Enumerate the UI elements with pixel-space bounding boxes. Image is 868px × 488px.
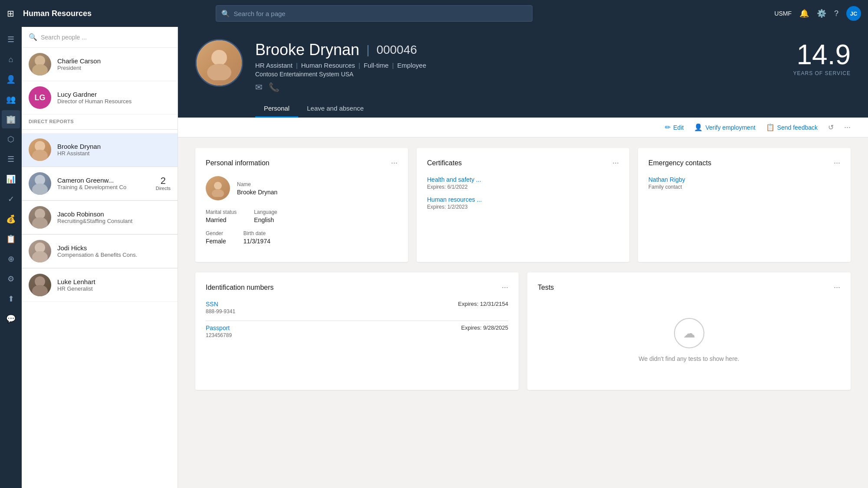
brooke-info: Brooke Drynan HR Assistant xyxy=(57,143,171,157)
left-navigation: ☰ ⌂ 👤 👥 🏢 ⬡ ☰ 📊 ✓ 💰 📋 ⊕ ⚙ ⬆ 💬 xyxy=(0,27,22,488)
certificates-menu[interactable]: ··· xyxy=(612,158,619,167)
top-nav-right: USMF 🔔 ⚙️ ? JC xyxy=(774,6,861,21)
cameron-directs: 2 Directs xyxy=(156,176,171,191)
jacob-name: Jacob Robinson xyxy=(57,210,171,218)
luke-avatar xyxy=(29,274,51,296)
people-search-box[interactable]: 🔍 xyxy=(22,27,178,48)
person-item-jodi[interactable]: Jodi Hicks Compensation & Benefits Cons. xyxy=(22,235,178,268)
app-title: Human Resources xyxy=(23,9,92,18)
svg-point-12 xyxy=(211,50,227,66)
profile-company: Contoso Entertainment System USA xyxy=(255,71,781,78)
certificates-header: Certificates ··· xyxy=(427,158,619,167)
passport-number: 123456789 xyxy=(206,332,232,338)
nav-analytics[interactable]: 📊 xyxy=(2,170,20,188)
nav-payroll[interactable]: 💰 xyxy=(2,210,20,228)
people-search-input[interactable] xyxy=(41,34,171,41)
years-number: 14.9 xyxy=(793,41,851,69)
nav-settings2[interactable]: ⚙ xyxy=(2,270,20,288)
nav-more[interactable]: ⊕ xyxy=(2,250,20,268)
svg-point-13 xyxy=(207,64,231,80)
emergency-contacts-menu[interactable]: ··· xyxy=(834,158,840,167)
apps-grid-icon[interactable]: ⊞ xyxy=(7,8,14,19)
identification-title: Identification numbers xyxy=(206,284,274,291)
person-item-luke[interactable]: Luke Lenhart HR Generalist xyxy=(22,269,178,302)
marital-value: Married xyxy=(206,216,237,223)
tests-menu[interactable]: ··· xyxy=(834,283,840,292)
identification-menu[interactable]: ··· xyxy=(502,283,508,292)
cards-grid-top: Personal information ··· Name Brooke Dry… xyxy=(178,138,868,272)
profile-photo xyxy=(195,39,243,87)
refresh-icon[interactable]: ↺ xyxy=(828,123,834,131)
nav-teams[interactable]: ⬡ xyxy=(2,130,20,148)
user-avatar[interactable]: JC xyxy=(846,6,861,21)
person-item-brooke[interactable]: Brooke Drynan HR Assistant xyxy=(22,133,178,167)
nav-people[interactable]: 👤 xyxy=(2,70,20,88)
cert-link-2[interactable]: Human resources ... xyxy=(427,196,619,203)
nav-home[interactable]: ☰ xyxy=(2,30,20,49)
search-icon: 🔍 xyxy=(221,10,230,18)
cameron-info: Cameron Greenw... Training & Development… xyxy=(57,177,150,190)
birth-value: 11/3/1974 xyxy=(243,238,270,245)
birth-group: Birth date 11/3/1974 xyxy=(243,230,270,245)
tab-leave-absence[interactable]: Leave and absence xyxy=(298,100,372,118)
help-icon[interactable]: ? xyxy=(834,9,838,18)
phone-icon[interactable]: 📞 xyxy=(269,82,279,92)
person-item-lucy[interactable]: LG Lucy Gardner Director of Human Resour… xyxy=(22,81,178,115)
region-selector[interactable]: USMF xyxy=(774,10,792,17)
settings-icon[interactable]: ⚙️ xyxy=(817,9,826,18)
certificates-card: Certificates ··· Health and safety ... E… xyxy=(417,148,629,262)
nav-reports[interactable]: 📋 xyxy=(2,230,20,248)
jodi-info: Jodi Hicks Compensation & Benefits Cons. xyxy=(57,244,171,258)
personal-info-name-group: Name Brooke Drynan xyxy=(237,181,277,196)
nav-org[interactable]: 👥 xyxy=(2,90,20,108)
tab-personal[interactable]: Personal xyxy=(255,100,298,118)
personal-info-menu[interactable]: ··· xyxy=(391,158,398,167)
gender-label: Gender xyxy=(206,230,226,236)
search-input[interactable] xyxy=(233,10,527,17)
birth-label: Birth date xyxy=(243,230,270,236)
profile-actions: ✉ 📞 xyxy=(255,82,781,92)
nav-compliance[interactable]: ✓ xyxy=(2,190,20,208)
name-value: Brooke Drynan xyxy=(237,189,277,196)
svg-point-3 xyxy=(32,150,48,161)
global-search-box[interactable]: 🔍 xyxy=(216,5,533,22)
jodi-name: Jodi Hicks xyxy=(57,244,171,252)
personal-info-card: Personal information ··· Name Brooke Dry… xyxy=(195,148,408,262)
more-options-icon[interactable]: ··· xyxy=(844,123,851,132)
contact-item-1: Nathan Rigby Family contact xyxy=(648,176,840,190)
feedback-icon: 📋 xyxy=(766,123,775,131)
jodi-title: Compensation & Benefits Cons. xyxy=(57,252,171,258)
ssn-link[interactable]: SSN xyxy=(206,301,235,308)
verify-employment-button[interactable]: 👤 Verify employment xyxy=(694,123,755,131)
nav-hierarchy[interactable]: ⬆ xyxy=(2,290,20,308)
charlie-avatar xyxy=(29,53,51,75)
email-icon[interactable]: ✉ xyxy=(255,82,263,92)
emergency-contacts-title: Emergency contacts xyxy=(648,159,711,167)
passport-link[interactable]: Passport xyxy=(206,324,232,331)
person-item-cameron[interactable]: Cameron Greenw... Training & Development… xyxy=(22,167,178,200)
profile-name-row: Brooke Drynan | 000046 xyxy=(255,41,781,59)
notifications-icon[interactable]: 🔔 xyxy=(799,9,809,18)
nav-feedback[interactable]: 💬 xyxy=(2,310,20,328)
verify-label: Verify employment xyxy=(705,124,755,131)
charlie-info: Charlie Carson President xyxy=(57,57,171,71)
cert-link-1[interactable]: Health and safety ... xyxy=(427,176,619,183)
nav-hr[interactable]: 🏢 xyxy=(2,110,20,128)
personal-info-header: Personal information ··· xyxy=(206,158,398,167)
contact-name-1[interactable]: Nathan Rigby xyxy=(648,176,840,183)
svg-point-7 xyxy=(32,217,48,229)
name-label: Name xyxy=(237,181,277,187)
brooke-sidebar-avatar xyxy=(29,138,51,161)
person-item-jacob[interactable]: Jacob Robinson Recruiting&Staffing Consu… xyxy=(22,201,178,234)
send-feedback-button[interactable]: 📋 Send feedback xyxy=(766,123,818,131)
profile-job-title: HR Assistant xyxy=(255,62,293,69)
cert-expires-1: Expires: 6/1/2022 xyxy=(427,184,619,190)
profile-details: Brooke Drynan | 000046 HR Assistant | Hu… xyxy=(255,39,781,118)
svg-point-15 xyxy=(212,189,224,197)
personal-info-avatar xyxy=(206,176,230,200)
passport-group: Passport 123456789 xyxy=(206,324,232,338)
nav-dashboard[interactable]: ⌂ xyxy=(2,50,20,69)
nav-tasks[interactable]: ☰ xyxy=(2,150,20,168)
person-item-charlie[interactable]: Charlie Carson President xyxy=(22,48,178,81)
edit-button[interactable]: ✏ Edit xyxy=(665,123,684,131)
